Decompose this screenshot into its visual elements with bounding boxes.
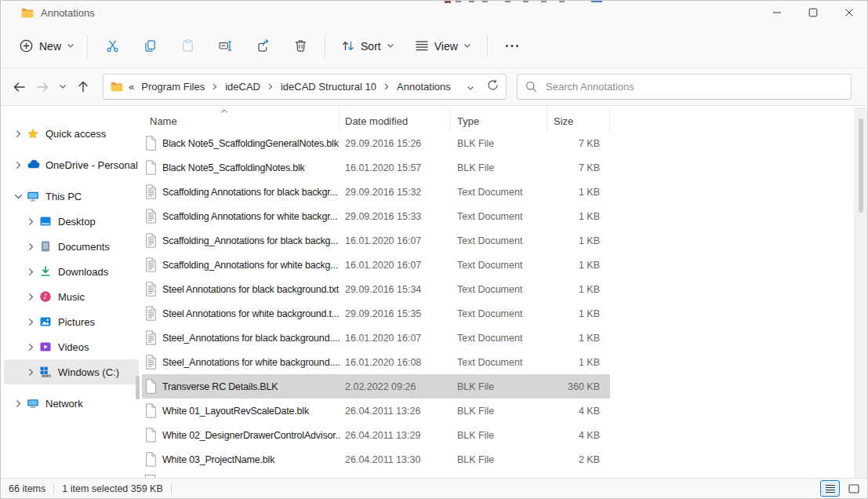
new-button[interactable]: New (12, 34, 82, 58)
chevron-right-icon[interactable] (24, 343, 37, 351)
table-row[interactable]: White 02_DesignerDrawerControlAdvisor...… (142, 423, 610, 447)
address-dropdown-button[interactable] (467, 80, 474, 94)
file-size: 1 KB (547, 260, 610, 271)
sort-button[interactable]: Sort (334, 35, 401, 57)
file-name-cell: Steel_Annotations for black background..… (142, 330, 340, 345)
recent-locations-button[interactable] (54, 75, 71, 99)
forward-button[interactable] (31, 75, 54, 99)
file-type: Text Document (450, 187, 547, 198)
address-bar[interactable]: « Program FilesideCADideCAD Structural 1… (103, 74, 507, 100)
table-row[interactable]: Scaffolding_Annotations for black backg.… (142, 228, 610, 253)
file-date: 16.01.2020 16:07 (340, 333, 450, 344)
sidebar-item-videos[interactable]: Videos (4, 334, 139, 359)
titlebar[interactable]: Annotations (1, 1, 867, 24)
table-row[interactable]: White 01_LayoutRevScaleDate.blk26.04.201… (142, 399, 610, 423)
rename-button[interactable] (210, 32, 240, 60)
chevron-down-icon (387, 43, 394, 49)
table-row[interactable]: Black Note5_ScaffoldingGeneralNotes.blk2… (142, 131, 610, 155)
chevron-right-icon[interactable] (24, 217, 37, 226)
chevron-right-icon[interactable] (24, 242, 37, 251)
table-row[interactable]: Steel Annotations for black background.t… (142, 277, 610, 301)
breadcrumb-item-annotations[interactable]: Annotations (396, 79, 452, 94)
tree-chevron-down-icon[interactable] (12, 194, 24, 199)
table-row[interactable]: Steel_Annotations for black background..… (142, 326, 610, 350)
minimize-button[interactable] (759, 1, 795, 24)
scrollbar-thumb[interactable] (859, 118, 863, 213)
table-row[interactable]: Steel_Annotations for white background..… (142, 350, 610, 374)
sidebar-item-downloads[interactable]: Downloads (4, 259, 139, 284)
breadcrumb-item-idecad[interactable]: ideCAD (224, 79, 261, 94)
chevron-right-icon[interactable] (24, 268, 37, 276)
sidebar-item-this-pc[interactable]: This PC (4, 184, 139, 209)
chevron-right-icon[interactable] (12, 399, 24, 408)
column-header-date-modified[interactable]: Date modified (340, 107, 450, 131)
onedrive-cloud-icon (26, 158, 40, 171)
sidebar-item-network[interactable]: Network (4, 391, 139, 416)
share-button[interactable] (248, 32, 278, 60)
blk-file-icon (145, 160, 157, 175)
file-date: 2.02.2022 09:26 (340, 381, 450, 392)
file-name: Steel Annotations for black background.t… (162, 284, 339, 295)
see-more-button[interactable] (497, 32, 527, 60)
paste-button[interactable] (173, 32, 202, 60)
sidebar-scrollbar-thumb[interactable] (136, 376, 140, 399)
breadcrumb-item-idecad-structural-10[interactable]: ideCAD Structural 10 (280, 79, 377, 94)
large-icons-view-button[interactable] (844, 480, 863, 497)
sidebar-item-desktop[interactable]: Desktop (4, 209, 139, 234)
maximize-button[interactable] (795, 1, 831, 24)
view-button[interactable]: View (408, 35, 478, 57)
copy-button[interactable] (135, 32, 165, 60)
vertical-scrollbar[interactable] (854, 107, 867, 478)
table-row[interactable]: Black Note5_ScaffoldingNotes.blk16.01.20… (142, 155, 610, 180)
breadcrumb-item-program-files[interactable]: Program Files (140, 79, 205, 94)
chevron-right-icon[interactable] (24, 368, 37, 377)
table-row[interactable]: Scaffolding Annotations for black backgr… (142, 180, 610, 204)
column-header-name[interactable]: Name (142, 107, 340, 131)
pictures-icon (38, 315, 53, 328)
cut-button[interactable] (97, 32, 127, 60)
sort-icon (341, 39, 355, 53)
details-view-button[interactable] (820, 480, 840, 497)
table-row[interactable]: Scaffolding_Annotations for white backg.… (142, 253, 610, 277)
file-name-cell: White 02_DesignerDrawerControlAdvisor...… (142, 428, 340, 443)
file-size: 7 KB (547, 162, 610, 173)
sort-button-label: Sort (361, 40, 381, 53)
file-date: 16.01.2020 16:07 (340, 235, 450, 246)
column-header-size[interactable]: Size (547, 107, 610, 131)
file-name-cell: Scaffolding Annotations for white backgr… (142, 209, 340, 224)
table-row[interactable]: Steel Annotations for white background.t… (142, 301, 610, 326)
chevron-right-icon[interactable] (12, 129, 24, 138)
chevron-right-icon[interactable] (24, 318, 37, 326)
file-type: BLK File (450, 138, 547, 149)
sidebar-item-windows-c[interactable]: Windows (C:) (4, 359, 139, 384)
back-button[interactable] (7, 75, 31, 99)
close-button[interactable] (831, 1, 867, 24)
search-input[interactable] (544, 80, 843, 93)
chevron-right-icon[interactable] (24, 293, 37, 301)
sidebar-item-quick-access[interactable]: Quick access (4, 121, 139, 146)
star-icon (26, 127, 40, 140)
file-name: Black Note5_ScaffoldingNotes.blk (162, 162, 305, 173)
file-size: 7 KB (547, 138, 610, 149)
file-name-cell: Black Note5_ScaffoldingNotes.blk (142, 160, 340, 175)
toolbar-separator (325, 35, 325, 58)
address-row: « Program FilesideCADideCAD Structural 1… (1, 68, 867, 106)
search-box (517, 74, 852, 100)
chevron-right-icon[interactable] (12, 161, 24, 169)
status-divider (171, 483, 172, 494)
table-row[interactable]: Transverse RC Details.BLK2.02.2022 09:26… (142, 374, 610, 399)
up-button[interactable] (71, 75, 95, 99)
column-header-type[interactable]: Type (450, 107, 547, 131)
refresh-button[interactable] (487, 79, 499, 94)
sidebar-item-onedrive-personal[interactable]: OneDrive - Personal (4, 152, 139, 177)
delete-button[interactable] (285, 32, 315, 60)
sidebar-item-documents[interactable]: Documents (4, 234, 139, 259)
breadcrumb-overflow[interactable]: « (129, 81, 134, 93)
file-date: 16.01.2020 16:08 (340, 357, 450, 368)
table-row[interactable]: Scaffolding Annotations for white backgr… (142, 204, 610, 228)
sidebar-item-pictures[interactable]: Pictures (4, 309, 139, 334)
table-row[interactable]: White 03_ProjectName.blk26.04.2011 13:30… (142, 447, 610, 472)
file-name: Scaffolding_Annotations for black backg.… (162, 235, 338, 246)
sidebar-item-music[interactable]: ♪Music (4, 284, 139, 309)
refresh-icon (487, 79, 499, 91)
